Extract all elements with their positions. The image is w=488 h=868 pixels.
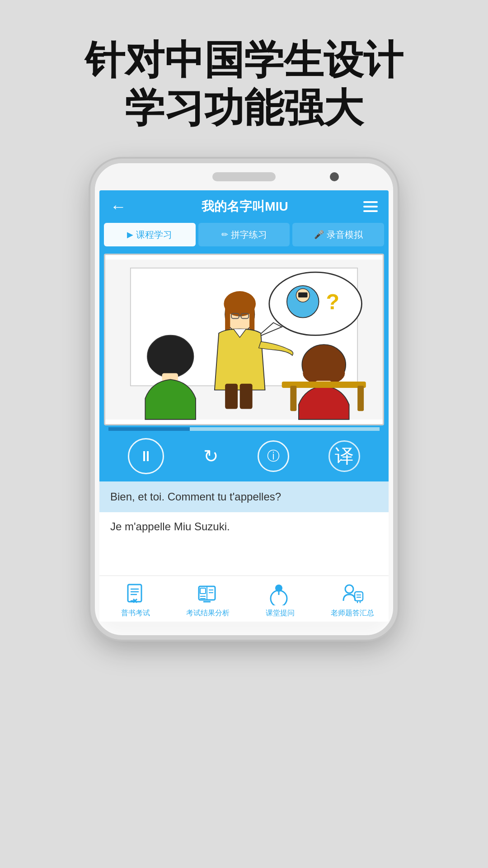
svg-rect-35 — [200, 588, 206, 594]
back-button[interactable]: ← — [110, 197, 127, 216]
video-progress-fill — [108, 427, 190, 431]
nav-teacher-label: 老师题答汇总 — [331, 609, 374, 618]
video-area: ? — [99, 250, 389, 425]
heading-line2: 学习功能强大 — [125, 85, 363, 130]
bottom-nav: 普书考试 — [99, 576, 389, 622]
analysis-icon — [195, 581, 221, 607]
nav-analysis[interactable]: 考试结果分析 — [172, 581, 244, 618]
nav-teacher[interactable]: 老师题答汇总 — [316, 581, 389, 618]
tab-lesson[interactable]: ▶ 课程学习 — [104, 223, 196, 246]
playback-controls: ⏸ ↻ ⓘ 译 — [99, 431, 389, 481]
info-icon: ⓘ — [267, 448, 280, 465]
video-frame: ? — [104, 254, 384, 425]
subtitle-line1: Bien, et toi. Comment tu t'appelles? — [110, 489, 378, 505]
svg-rect-26 — [128, 585, 141, 602]
phone-camera — [330, 172, 339, 181]
app-screen: ← 我的名字叫MIU ▶ 课程学习 ✏ — [99, 190, 389, 622]
nav-exam[interactable]: 普书考试 — [99, 581, 172, 618]
exam-icon — [123, 581, 148, 607]
phone-body: ← 我的名字叫MIU ▶ 课程学习 ✏ — [90, 159, 398, 640]
info-button[interactable]: ⓘ — [258, 440, 289, 472]
svg-text:?: ? — [276, 594, 281, 604]
mic-icon: 🎤 — [314, 230, 324, 240]
svg-rect-24 — [290, 386, 296, 411]
tab-bar: ▶ 课程学习 ✏ 拼字练习 🎤 录音模拟 — [99, 223, 389, 250]
subtitle-area: Bien, et toi. Comment tu t'appelles? — [99, 481, 389, 512]
svg-rect-46 — [355, 592, 363, 601]
app-header: ← 我的名字叫MIU — [99, 190, 389, 223]
tab-recording-label: 录音模拟 — [327, 229, 363, 241]
svg-rect-25 — [357, 386, 364, 411]
tab-recording[interactable]: 🎤 录音模拟 — [292, 223, 384, 246]
question-icon: ? — [267, 581, 293, 607]
page-heading: 针对中国学生设计 学习功能强大 — [0, 0, 488, 159]
phone-top-bar — [95, 163, 393, 190]
subtitle-line2: Je m'appelle Miu Suzuki. — [110, 520, 378, 533]
hamburger-menu-icon[interactable] — [363, 201, 378, 212]
video-progress-bar[interactable] — [108, 427, 380, 431]
svg-rect-6 — [298, 292, 307, 297]
subtitle-area2: Je m'appelle Miu Suzuki. — [99, 512, 389, 539]
tab-lesson-label: 课程学习 — [136, 229, 172, 241]
progress-bar-container — [99, 425, 389, 431]
tab-spelling[interactable]: ✏ 拼字练习 — [198, 223, 290, 246]
play-icon: ▶ — [127, 230, 133, 240]
content-spacer — [99, 539, 389, 576]
nav-exam-label: 普书考试 — [121, 609, 150, 618]
svg-point-42 — [275, 585, 282, 592]
tab-spelling-label: 拼字练习 — [231, 229, 267, 241]
comic-scene: ? — [105, 255, 383, 424]
svg-rect-10 — [225, 304, 230, 333]
nav-question-label: 课堂提问 — [266, 609, 295, 618]
svg-rect-15 — [225, 384, 238, 409]
nav-analysis-label: 考试结果分析 — [186, 609, 230, 618]
svg-rect-16 — [240, 384, 253, 409]
translate-button[interactable]: 译 — [328, 440, 360, 472]
phone-mockup: ← 我的名字叫MIU ▶ 课程学习 ✏ — [0, 159, 488, 640]
app-title: 我的名字叫MIU — [202, 198, 288, 215]
pencil-icon: ✏ — [221, 230, 228, 240]
nav-question[interactable]: ? 课堂提问 — [244, 581, 316, 618]
svg-point-18 — [149, 350, 192, 375]
phone-speaker — [212, 172, 276, 181]
heading-line1: 针对中国学生设计 — [85, 38, 403, 82]
svg-point-45 — [345, 585, 353, 593]
replay-button[interactable]: ↻ — [203, 446, 219, 467]
svg-text:?: ? — [326, 289, 339, 314]
pause-button[interactable]: ⏸ — [128, 438, 164, 474]
teacher-icon — [340, 581, 365, 607]
